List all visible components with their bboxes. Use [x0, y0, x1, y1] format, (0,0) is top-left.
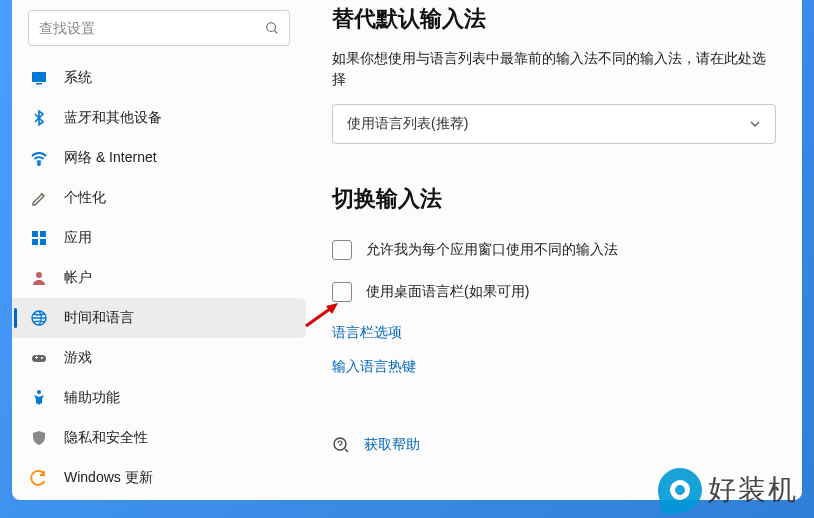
sidebar-item-label: 蓝牙和其他设备 — [64, 109, 162, 127]
personalize-icon — [30, 189, 48, 207]
link-language-bar-options[interactable]: 语言栏选项 — [332, 324, 776, 342]
section-description: 如果你想使用与语言列表中最靠前的输入法不同的输入法，请在此处选择 — [332, 48, 776, 90]
sidebar-item-label: 隐私和安全性 — [64, 429, 148, 447]
sidebar-item-label: 应用 — [64, 229, 92, 247]
accounts-icon — [30, 269, 48, 287]
accessibility-icon — [30, 389, 48, 407]
sidebar-item-time-language[interactable]: 时间和语言 — [12, 298, 306, 338]
apps-icon — [30, 229, 48, 247]
network-icon — [30, 149, 48, 167]
search-input[interactable] — [39, 20, 265, 36]
sidebar-item-label: 网络 & Internet — [64, 149, 157, 167]
watermark-text: 好装机 — [708, 471, 798, 509]
svg-point-15 — [37, 390, 41, 394]
sidebar-item-apps[interactable]: 应用 — [12, 218, 306, 258]
svg-point-16 — [334, 438, 346, 450]
search-icon — [265, 21, 279, 35]
sidebar-item-update[interactable]: Windows 更新 — [12, 458, 306, 498]
svg-rect-3 — [36, 83, 42, 85]
nav-list: 系统 蓝牙和其他设备 网络 & Internet 个性化 应用 帐户 — [12, 58, 306, 498]
checkbox-label: 使用桌面语言栏(如果可用) — [366, 283, 529, 301]
watermark: 好装机 — [658, 468, 798, 512]
settings-window: 系统 蓝牙和其他设备 网络 & Internet 个性化 应用 帐户 — [12, 0, 802, 500]
time-language-icon — [30, 309, 48, 327]
sidebar-item-personalize[interactable]: 个性化 — [12, 178, 306, 218]
sidebar-item-label: 游戏 — [64, 349, 92, 367]
svg-rect-2 — [32, 72, 46, 82]
dropdown-value: 使用语言列表(推荐) — [347, 115, 468, 133]
svg-rect-11 — [32, 355, 46, 362]
svg-rect-5 — [32, 231, 38, 237]
sidebar-item-accessibility[interactable]: 辅助功能 — [12, 378, 306, 418]
sidebar-item-gaming[interactable]: 游戏 — [12, 338, 306, 378]
bluetooth-icon — [30, 109, 48, 127]
checkbox-per-app[interactable] — [332, 240, 352, 260]
sidebar-item-label: 时间和语言 — [64, 309, 134, 327]
sidebar-item-label: 系统 — [64, 69, 92, 87]
help-icon — [332, 436, 350, 454]
sidebar-item-label: 个性化 — [64, 189, 106, 207]
update-icon — [30, 469, 48, 487]
main-content: 替代默认输入法 如果你想使用与语言列表中最靠前的输入法不同的输入法，请在此处选择… — [306, 0, 802, 500]
checkbox-label: 允许我为每个应用窗口使用不同的输入法 — [366, 241, 618, 259]
svg-rect-6 — [40, 231, 46, 237]
svg-point-9 — [36, 272, 42, 278]
sidebar-item-label: 帐户 — [64, 269, 92, 287]
checkbox-row-language-bar: 使用桌面语言栏(如果可用) — [332, 282, 776, 302]
sidebar-item-system[interactable]: 系统 — [12, 58, 306, 98]
svg-point-4 — [38, 163, 40, 165]
sidebar-item-network[interactable]: 网络 & Internet — [12, 138, 306, 178]
sidebar-item-privacy[interactable]: 隐私和安全性 — [12, 418, 306, 458]
default-ime-dropdown[interactable]: 使用语言列表(推荐) — [332, 104, 776, 144]
svg-rect-8 — [40, 239, 46, 245]
sidebar: 系统 蓝牙和其他设备 网络 & Internet 个性化 应用 帐户 — [12, 0, 306, 500]
checkbox-language-bar[interactable] — [332, 282, 352, 302]
watermark-logo-icon — [655, 465, 706, 516]
sidebar-item-bluetooth[interactable]: 蓝牙和其他设备 — [12, 98, 306, 138]
link-input-hotkeys[interactable]: 输入语言热键 — [332, 358, 776, 376]
sidebar-item-label: Windows 更新 — [64, 469, 153, 487]
svg-point-12 — [41, 357, 43, 359]
sidebar-item-label: 辅助功能 — [64, 389, 120, 407]
svg-rect-7 — [32, 239, 38, 245]
system-icon — [30, 69, 48, 87]
gaming-icon — [30, 349, 48, 367]
help-row: 获取帮助 — [332, 436, 776, 454]
chevron-down-icon — [749, 118, 761, 130]
link-get-help[interactable]: 获取帮助 — [364, 436, 420, 454]
section-title-switch: 切换输入法 — [332, 184, 776, 214]
svg-point-0 — [267, 23, 276, 32]
svg-rect-14 — [36, 356, 37, 359]
checkbox-row-per-app: 允许我为每个应用窗口使用不同的输入法 — [332, 240, 776, 260]
sidebar-item-accounts[interactable]: 帐户 — [12, 258, 306, 298]
section-title-override: 替代默认输入法 — [332, 4, 776, 34]
privacy-icon — [30, 429, 48, 447]
svg-line-1 — [275, 31, 278, 34]
search-box[interactable] — [28, 10, 290, 46]
